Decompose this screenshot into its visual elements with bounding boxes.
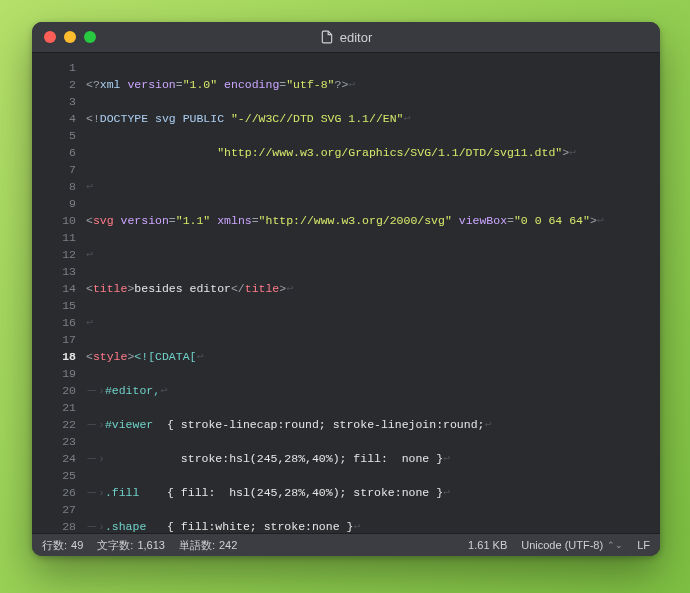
status-words: 単語数: 242 <box>179 538 237 553</box>
document-icon <box>320 30 334 44</box>
code-line: ⸺›.fill { fill: hsl(245,28%,40%); stroke… <box>86 484 652 501</box>
line-number: 10 <box>32 212 76 229</box>
code-line: ↩ <box>86 246 652 263</box>
line-number: 2 <box>32 76 76 93</box>
line-number: 27 <box>32 501 76 518</box>
line-number: 13 <box>32 263 76 280</box>
line-number: 25 <box>32 467 76 484</box>
line-number: 22 <box>32 416 76 433</box>
minimize-button[interactable] <box>64 31 76 43</box>
code-line: ↩ <box>86 314 652 331</box>
code-line: ⸺› stroke:hsl(245,28%,40%); fill: none }… <box>86 450 652 467</box>
zoom-button[interactable] <box>84 31 96 43</box>
line-number: 23 <box>32 433 76 450</box>
titlebar: editor <box>32 22 660 53</box>
code-line: <style><![CDATA[↩ <box>86 348 652 365</box>
status-lines: 行数: 49 <box>42 538 83 553</box>
line-number: 5 <box>32 127 76 144</box>
window-title-text: editor <box>340 30 373 45</box>
window-title: editor <box>32 30 660 45</box>
code-line: <!DOCTYPE svg PUBLIC "-//W3C//DTD SVG 1.… <box>86 110 652 127</box>
status-filesize: 1.61 KB <box>468 539 507 551</box>
editor-window: editor 123456789101112131415161718192021… <box>32 22 660 556</box>
status-encoding-picker[interactable]: Unicode (UTF-8) ⌃⌄ <box>521 539 623 551</box>
status-line-ending-picker[interactable]: LF <box>637 539 650 551</box>
code-line: ⸺›.shape { fill:white; stroke:none }↩ <box>86 518 652 533</box>
line-number: 26 <box>32 484 76 501</box>
line-number: 1 <box>32 59 76 76</box>
code-line: <svg version="1.1" xmlns="http://www.w3.… <box>86 212 652 229</box>
code-line: ⸺›#editor,↩ <box>86 382 652 399</box>
line-number: 17 <box>32 331 76 348</box>
editor-area[interactable]: 1234567891011121314151617181920212223242… <box>32 53 660 533</box>
line-number: 4 <box>32 110 76 127</box>
chevron-updown-icon: ⌃⌄ <box>607 540 623 550</box>
line-number: 20 <box>32 382 76 399</box>
code-line: <title>besides editor</title>↩ <box>86 280 652 297</box>
line-number-gutter: 1234567891011121314151617181920212223242… <box>32 53 86 533</box>
line-number: 19 <box>32 365 76 382</box>
status-bar: 行数: 49 文字数: 1,613 単語数: 242 1.61 KB Unico… <box>32 533 660 556</box>
line-number: 24 <box>32 450 76 467</box>
code-line: "http://www.w3.org/Graphics/SVG/1.1/DTD/… <box>86 144 652 161</box>
code-line: <?xml version="1.0" encoding="utf-8"?>↩ <box>86 76 652 93</box>
line-number: 16 <box>32 314 76 331</box>
line-number: 14 <box>32 280 76 297</box>
line-number: 15 <box>32 297 76 314</box>
line-number: 28 <box>32 518 76 533</box>
line-number: 18 <box>32 348 76 365</box>
line-number: 6 <box>32 144 76 161</box>
code-content[interactable]: <?xml version="1.0" encoding="utf-8"?>↩ … <box>86 53 660 533</box>
line-number: 11 <box>32 229 76 246</box>
line-number: 12 <box>32 246 76 263</box>
line-number: 3 <box>32 93 76 110</box>
line-number: 9 <box>32 195 76 212</box>
line-number: 8 <box>32 178 76 195</box>
status-chars: 文字数: 1,613 <box>97 538 165 553</box>
code-line: ↩ <box>86 178 652 195</box>
close-button[interactable] <box>44 31 56 43</box>
line-number: 7 <box>32 161 76 178</box>
code-line: ⸺›#viewer { stroke-linecap:round; stroke… <box>86 416 652 433</box>
line-number: 21 <box>32 399 76 416</box>
traffic-lights <box>44 31 96 43</box>
